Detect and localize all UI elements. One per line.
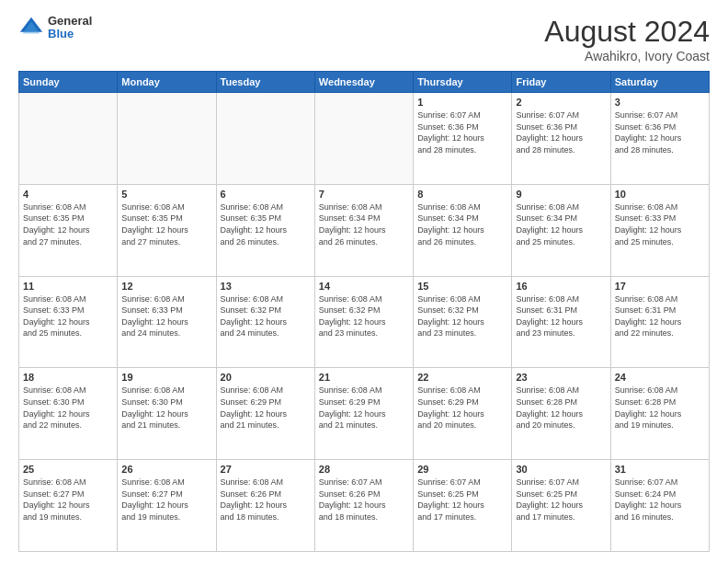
day-info: Sunrise: 6:07 AMSunset: 6:25 PMDaylight:… <box>417 477 507 523</box>
calendar-cell: 15Sunrise: 6:08 AMSunset: 6:32 PMDayligh… <box>414 276 512 368</box>
calendar-cell: 25Sunrise: 6:08 AMSunset: 6:27 PMDayligh… <box>19 460 118 552</box>
day-info: Sunrise: 6:08 AMSunset: 6:34 PMDaylight:… <box>319 201 409 247</box>
day-info: Sunrise: 6:08 AMSunset: 6:28 PMDaylight:… <box>615 385 705 431</box>
calendar-cell: 4Sunrise: 6:08 AMSunset: 6:35 PMDaylight… <box>19 184 118 276</box>
calendar-title: August 2024 <box>544 15 710 49</box>
calendar-cell: 16Sunrise: 6:08 AMSunset: 6:31 PMDayligh… <box>512 276 610 368</box>
day-number: 16 <box>516 281 606 292</box>
day-number: 23 <box>516 372 606 383</box>
weekday-header-thursday: Thursday <box>414 72 512 93</box>
calendar-cell <box>118 93 216 185</box>
day-info: Sunrise: 6:07 AMSunset: 6:36 PMDaylight:… <box>417 109 507 155</box>
weekday-header-row: SundayMondayTuesdayWednesdayThursdayFrid… <box>19 72 710 93</box>
page: General Blue August 2024 Awahikro, Ivory… <box>0 0 728 563</box>
day-info: Sunrise: 6:08 AMSunset: 6:33 PMDaylight:… <box>121 293 211 339</box>
calendar-cell <box>314 93 413 185</box>
calendar-cell: 14Sunrise: 6:08 AMSunset: 6:32 PMDayligh… <box>314 276 413 368</box>
calendar-cell: 10Sunrise: 6:08 AMSunset: 6:33 PMDayligh… <box>610 184 709 276</box>
day-number: 17 <box>615 281 705 292</box>
header: General Blue August 2024 Awahikro, Ivory… <box>18 15 710 63</box>
day-number: 9 <box>516 189 606 200</box>
day-info: Sunrise: 6:08 AMSunset: 6:30 PMDaylight:… <box>121 385 211 431</box>
day-info: Sunrise: 6:08 AMSunset: 6:33 PMDaylight:… <box>23 293 113 339</box>
week-row-5: 25Sunrise: 6:08 AMSunset: 6:27 PMDayligh… <box>19 460 710 552</box>
calendar-cell: 6Sunrise: 6:08 AMSunset: 6:35 PMDaylight… <box>216 184 314 276</box>
weekday-header-saturday: Saturday <box>610 72 709 93</box>
calendar-cell <box>216 93 314 185</box>
day-number: 24 <box>615 372 705 383</box>
day-number: 25 <box>23 464 113 475</box>
day-info: Sunrise: 6:08 AMSunset: 6:33 PMDaylight:… <box>615 201 705 247</box>
calendar-cell: 22Sunrise: 6:08 AMSunset: 6:29 PMDayligh… <box>414 368 512 460</box>
day-number: 30 <box>516 464 606 475</box>
day-number: 28 <box>319 464 409 475</box>
day-number: 19 <box>121 372 211 383</box>
calendar-cell: 18Sunrise: 6:08 AMSunset: 6:30 PMDayligh… <box>19 368 118 460</box>
day-number: 11 <box>23 281 113 292</box>
day-info: Sunrise: 6:08 AMSunset: 6:29 PMDaylight:… <box>319 385 409 431</box>
calendar-cell: 8Sunrise: 6:08 AMSunset: 6:34 PMDaylight… <box>414 184 512 276</box>
calendar-cell: 1Sunrise: 6:07 AMSunset: 6:36 PMDaylight… <box>414 93 512 185</box>
weekday-header-wednesday: Wednesday <box>314 72 413 93</box>
day-number: 12 <box>121 281 211 292</box>
calendar-cell: 27Sunrise: 6:08 AMSunset: 6:26 PMDayligh… <box>216 460 314 552</box>
day-info: Sunrise: 6:08 AMSunset: 6:32 PMDaylight:… <box>221 293 311 339</box>
calendar-location: Awahikro, Ivory Coast <box>544 49 710 63</box>
day-info: Sunrise: 6:08 AMSunset: 6:26 PMDaylight:… <box>221 477 311 523</box>
day-info: Sunrise: 6:08 AMSunset: 6:32 PMDaylight:… <box>319 293 409 339</box>
calendar-cell: 31Sunrise: 6:07 AMSunset: 6:24 PMDayligh… <box>610 460 709 552</box>
week-row-2: 4Sunrise: 6:08 AMSunset: 6:35 PMDaylight… <box>19 184 710 276</box>
day-number: 5 <box>121 189 211 200</box>
day-number: 20 <box>221 372 311 383</box>
day-info: Sunrise: 6:08 AMSunset: 6:35 PMDaylight:… <box>23 201 113 247</box>
day-info: Sunrise: 6:08 AMSunset: 6:34 PMDaylight:… <box>417 201 507 247</box>
week-row-4: 18Sunrise: 6:08 AMSunset: 6:30 PMDayligh… <box>19 368 710 460</box>
day-info: Sunrise: 6:08 AMSunset: 6:34 PMDaylight:… <box>516 201 606 247</box>
logo: General Blue <box>18 15 92 41</box>
day-number: 4 <box>23 189 113 200</box>
calendar-cell: 30Sunrise: 6:07 AMSunset: 6:25 PMDayligh… <box>512 460 610 552</box>
calendar-cell: 5Sunrise: 6:08 AMSunset: 6:35 PMDaylight… <box>118 184 216 276</box>
day-number: 29 <box>417 464 507 475</box>
calendar-cell <box>19 93 118 185</box>
logo-general-text: General <box>48 15 92 28</box>
day-info: Sunrise: 6:07 AMSunset: 6:36 PMDaylight:… <box>615 109 705 155</box>
day-info: Sunrise: 6:08 AMSunset: 6:35 PMDaylight:… <box>121 201 211 247</box>
day-info: Sunrise: 6:07 AMSunset: 6:24 PMDaylight:… <box>615 477 705 523</box>
day-number: 31 <box>615 464 705 475</box>
calendar-cell: 9Sunrise: 6:08 AMSunset: 6:34 PMDaylight… <box>512 184 610 276</box>
day-info: Sunrise: 6:08 AMSunset: 6:31 PMDaylight:… <box>516 293 606 339</box>
calendar-cell: 29Sunrise: 6:07 AMSunset: 6:25 PMDayligh… <box>414 460 512 552</box>
day-number: 2 <box>516 97 606 108</box>
calendar-cell: 11Sunrise: 6:08 AMSunset: 6:33 PMDayligh… <box>19 276 118 368</box>
day-info: Sunrise: 6:07 AMSunset: 6:36 PMDaylight:… <box>516 109 606 155</box>
weekday-header-friday: Friday <box>512 72 610 93</box>
day-number: 22 <box>417 372 507 383</box>
day-number: 10 <box>615 189 705 200</box>
day-number: 7 <box>319 189 409 200</box>
day-info: Sunrise: 6:07 AMSunset: 6:25 PMDaylight:… <box>516 477 606 523</box>
day-number: 21 <box>319 372 409 383</box>
weekday-header-sunday: Sunday <box>19 72 118 93</box>
calendar-cell: 13Sunrise: 6:08 AMSunset: 6:32 PMDayligh… <box>216 276 314 368</box>
day-info: Sunrise: 6:08 AMSunset: 6:27 PMDaylight:… <box>121 477 211 523</box>
day-number: 8 <box>417 189 507 200</box>
day-info: Sunrise: 6:08 AMSunset: 6:29 PMDaylight:… <box>417 385 507 431</box>
day-number: 15 <box>417 281 507 292</box>
day-info: Sunrise: 6:07 AMSunset: 6:26 PMDaylight:… <box>319 477 409 523</box>
day-info: Sunrise: 6:08 AMSunset: 6:31 PMDaylight:… <box>615 293 705 339</box>
logo-blue-text: Blue <box>48 28 92 40</box>
calendar-table: SundayMondayTuesdayWednesdayThursdayFrid… <box>18 71 710 552</box>
calendar-cell: 7Sunrise: 6:08 AMSunset: 6:34 PMDaylight… <box>314 184 413 276</box>
day-info: Sunrise: 6:08 AMSunset: 6:30 PMDaylight:… <box>23 385 113 431</box>
title-block: August 2024 Awahikro, Ivory Coast <box>544 15 710 63</box>
calendar-cell: 17Sunrise: 6:08 AMSunset: 6:31 PMDayligh… <box>610 276 709 368</box>
calendar-cell: 2Sunrise: 6:07 AMSunset: 6:36 PMDaylight… <box>512 93 610 185</box>
weekday-header-monday: Monday <box>118 72 216 93</box>
day-number: 13 <box>221 281 311 292</box>
day-number: 1 <box>417 97 507 108</box>
calendar-cell: 3Sunrise: 6:07 AMSunset: 6:36 PMDaylight… <box>610 93 709 185</box>
week-row-3: 11Sunrise: 6:08 AMSunset: 6:33 PMDayligh… <box>19 276 710 368</box>
day-info: Sunrise: 6:08 AMSunset: 6:32 PMDaylight:… <box>417 293 507 339</box>
calendar-cell: 21Sunrise: 6:08 AMSunset: 6:29 PMDayligh… <box>314 368 413 460</box>
